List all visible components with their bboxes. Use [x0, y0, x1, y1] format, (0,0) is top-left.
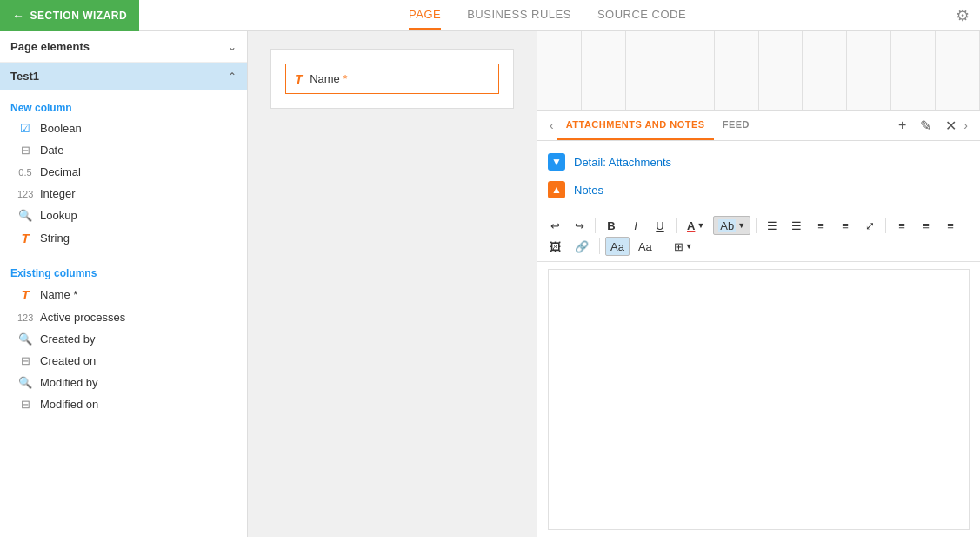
bold-button[interactable]: B: [601, 216, 622, 235]
sidebar-item-string[interactable]: T String: [0, 226, 247, 250]
edit-button[interactable]: ✎: [917, 116, 935, 136]
rte-row-1: ↩ ↪ B I U A ▼ Ab ▼ ☰ ☰ ≡ ≡: [544, 216, 973, 235]
created-by-icon: 🔍: [17, 332, 33, 346]
link-button[interactable]: 🔗: [570, 237, 594, 256]
align-center-button[interactable]: ≡: [916, 216, 937, 235]
panel-prev-button[interactable]: ‹: [546, 111, 557, 139]
string-icon: T: [17, 231, 33, 245]
grid-cell-8: [847, 31, 891, 110]
test1-chevron-icon: ⌃: [228, 70, 237, 83]
boolean-label: Boolean: [40, 122, 82, 135]
toolbar-separator-5: [599, 238, 600, 254]
attachments-icon: ▼: [548, 153, 565, 171]
align-left-button[interactable]: ≡: [891, 216, 912, 235]
font-size-aa-button[interactable]: Aa: [605, 237, 630, 256]
existing-columns-section: Existing columns T Name * 123 Active pro…: [0, 255, 247, 420]
panel-content: ▼ Detail: Attachments ▲ Notes: [537, 141, 980, 211]
sidebar-item-created-by[interactable]: 🔍 Created by: [0, 328, 247, 350]
settings-gear-icon[interactable]: ⚙: [956, 6, 970, 25]
modified-by-label: Modified by: [40, 376, 97, 389]
sidebar-item-created-on[interactable]: ⊟ Created on: [0, 350, 247, 372]
date-icon: ⊟: [17, 144, 33, 157]
name-icon: T: [17, 287, 33, 302]
tab-attachments-notes[interactable]: ATTACHMENTS AND NOTES: [557, 111, 714, 140]
rte-toolbar: ↩ ↪ B I U A ▼ Ab ▼ ☰ ☰ ≡ ≡: [537, 211, 980, 262]
created-by-label: Created by: [40, 332, 96, 346]
date-label: Date: [40, 144, 63, 157]
sidebar-item-date[interactable]: ⊟ Date: [0, 139, 247, 161]
align-right-button[interactable]: ≡: [940, 216, 961, 235]
tab-source-code[interactable]: SOURCE CODE: [597, 1, 686, 30]
rte-row-2: 🖼 🔗 Aa Aa ⊞ ▼: [544, 237, 973, 256]
detail-attachments-label: Detail: Attachments: [574, 156, 671, 169]
grid-cell-6: [759, 31, 803, 110]
grid-cell-9: [891, 31, 936, 110]
canvas-empty-area: [270, 112, 514, 373]
created-on-icon: ⊟: [17, 354, 33, 367]
ordered-list-button[interactable]: ☰: [762, 216, 783, 235]
canvas-card: T Name *: [270, 49, 514, 109]
sidebar-item-integer[interactable]: 123 Integer: [0, 183, 247, 205]
notes-icon: ▲: [548, 181, 565, 198]
sidebar-item-active-processes[interactable]: 123 Active processes: [0, 306, 247, 328]
highlight-button[interactable]: Ab ▼: [713, 216, 750, 235]
italic-button[interactable]: I: [625, 216, 646, 235]
page-elements-chevron-icon: ⌄: [228, 41, 237, 53]
image-button[interactable]: 🖼: [544, 237, 566, 256]
modified-on-label: Modified on: [40, 398, 98, 411]
lookup-label: Lookup: [40, 209, 77, 222]
sidebar-item-modified-by[interactable]: 🔍 Modified by: [0, 372, 247, 393]
close-button[interactable]: ✕: [942, 116, 960, 136]
sidebar-item-name[interactable]: T Name *: [0, 283, 247, 306]
grid-cell-5: [715, 31, 759, 110]
lookup-icon: 🔍: [17, 209, 33, 222]
toolbar-separator-6: [663, 238, 663, 254]
right-panel: ‹ ATTACHMENTS AND NOTES FEED + ✎ ✕ › ▼ D…: [537, 31, 980, 537]
boolean-icon: ☑: [17, 122, 33, 135]
decimal-icon: 0.5: [17, 167, 33, 178]
modified-by-icon: 🔍: [17, 376, 33, 389]
sidebar-item-modified-on[interactable]: ⊟ Modified on: [0, 393, 247, 415]
panel-next-button[interactable]: ›: [960, 111, 971, 139]
unordered-list-button[interactable]: ☰: [786, 216, 807, 235]
font-size-aa2-button[interactable]: Aa: [633, 237, 657, 256]
section-wizard-label: SECTION WIZARD: [30, 10, 128, 22]
top-bar: ← SECTION WIZARD PAGE BUSINESS RULES SOU…: [0, 0, 980, 31]
tab-business-rules[interactable]: BUSINESS RULES: [467, 1, 571, 30]
sidebar-item-lookup[interactable]: 🔍 Lookup: [0, 205, 247, 226]
field-type-icon: T: [295, 71, 303, 86]
existing-columns-header: Existing columns: [0, 260, 247, 283]
indent-inc-button[interactable]: ≡: [835, 216, 856, 235]
canvas-field-name[interactable]: T Name *: [285, 64, 499, 94]
new-columns-header: New column: [0, 95, 247, 117]
panel-actions: + ✎ ✕: [895, 116, 960, 136]
add-button[interactable]: +: [895, 116, 910, 135]
undo-button[interactable]: ↩: [544, 216, 565, 235]
tab-page[interactable]: PAGE: [409, 1, 441, 30]
font-color-button[interactable]: A ▼: [682, 216, 710, 235]
redo-button[interactable]: ↪: [569, 216, 590, 235]
active-processes-icon: 123: [17, 312, 33, 323]
detail-attachments-row[interactable]: ▼ Detail: Attachments: [548, 148, 970, 176]
panel-grid-preview: [537, 31, 980, 111]
decimal-label: Decimal: [40, 165, 81, 178]
active-processes-label: Active processes: [40, 311, 125, 324]
page-elements-header[interactable]: Page elements ⌄: [0, 31, 247, 63]
panel-tabs: ‹ ATTACHMENTS AND NOTES FEED + ✎ ✕ ›: [537, 111, 980, 141]
sidebar-item-boolean[interactable]: ☑ Boolean: [0, 117, 247, 139]
top-tabs: PAGE BUSINESS RULES SOURCE CODE: [139, 1, 956, 30]
main-content: Page elements ⌄ Test1 ⌃ New column ☑ Boo…: [0, 31, 980, 537]
field-name-label: Name *: [310, 72, 347, 85]
test1-group-header[interactable]: Test1 ⌃: [0, 63, 247, 90]
table-button[interactable]: ⊞ ▼: [669, 237, 698, 256]
tab-feed[interactable]: FEED: [714, 111, 758, 140]
indent-dec-button[interactable]: ≡: [810, 216, 831, 235]
sidebar-item-decimal[interactable]: 0.5 Decimal: [0, 161, 247, 183]
rte-content-area[interactable]: [548, 269, 970, 530]
underline-button[interactable]: U: [650, 216, 670, 235]
integer-label: Integer: [40, 187, 75, 200]
notes-row[interactable]: ▲ Notes: [548, 176, 970, 204]
expand-button[interactable]: ⤢: [859, 216, 880, 235]
section-wizard-button[interactable]: ← SECTION WIZARD: [0, 0, 139, 31]
integer-icon: 123: [17, 189, 33, 199]
